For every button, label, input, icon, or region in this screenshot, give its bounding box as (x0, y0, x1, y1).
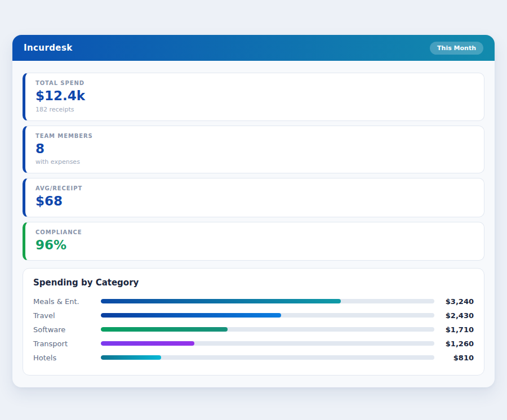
bar-category: Hotels (33, 354, 101, 362)
stats-list: TOTAL SPEND $12.4k 182 receipts TEAM MEM… (23, 73, 484, 261)
bar-fill (101, 327, 228, 332)
dashboard-content: TOTAL SPEND $12.4k 182 receipts TEAM MEM… (12, 61, 495, 387)
bar-value: $810 (434, 354, 474, 362)
bar-value: $2,430 (434, 311, 474, 320)
bar-fill (101, 355, 161, 360)
stat-card: TEAM MEMBERS 8 with expenses (23, 126, 484, 174)
bar-category: Software (33, 325, 101, 334)
bar-value: $3,240 (434, 297, 474, 306)
stat-card: TOTAL SPEND $12.4k 182 receipts (23, 73, 484, 121)
stat-value: $68 (35, 194, 474, 209)
bar-value: $1,260 (434, 339, 474, 348)
stat-card: AVG/RECEIPT $68 (23, 178, 484, 217)
bar-track (101, 355, 434, 360)
bar-category: Meals & Ent. (33, 297, 101, 306)
chart-title: Spending by Category (33, 278, 474, 288)
bar-track (101, 327, 434, 332)
bar-fill (101, 313, 281, 318)
stat-card: COMPLIANCE 96% (23, 222, 484, 261)
stat-label: AVG/RECEIPT (35, 185, 474, 191)
period-badge[interactable]: This Month (430, 42, 483, 55)
stat-label: COMPLIANCE (35, 229, 474, 235)
bar-fill (101, 341, 194, 346)
app-header: Incurdesk This Month (12, 35, 495, 61)
bar-row: Travel $2,430 (33, 310, 474, 320)
bar-track (101, 313, 434, 318)
stat-value: 8 (35, 141, 474, 157)
stat-value: $12.4k (35, 88, 474, 104)
stat-sub: with expenses (35, 158, 474, 166)
bar-row: Transport $1,260 (33, 338, 474, 348)
bar-fill (101, 299, 341, 303)
bar-track (101, 341, 434, 346)
dashboard-card: Incurdesk This Month TOTAL SPEND $12.4k … (12, 35, 495, 387)
app-title: Incurdesk (24, 43, 73, 53)
bar-category: Transport (33, 339, 101, 348)
bar-category: Travel (33, 311, 101, 320)
bar-row: Meals & Ent. $3,240 (33, 296, 474, 306)
stat-label: TEAM MEMBERS (35, 133, 474, 139)
spending-chart-panel: Spending by Category Meals & Ent. $3,240… (23, 268, 484, 376)
stat-value: 96% (35, 238, 474, 253)
stat-sub: 182 receipts (35, 106, 474, 113)
bar-value: $1,710 (434, 325, 474, 334)
chart-rows: Meals & Ent. $3,240 Travel $2,430 Softwa… (33, 296, 474, 363)
bar-row: Software $1,710 (33, 324, 474, 334)
bar-track (101, 299, 434, 303)
bar-row: Hotels $810 (33, 352, 474, 363)
stat-label: TOTAL SPEND (35, 80, 474, 86)
